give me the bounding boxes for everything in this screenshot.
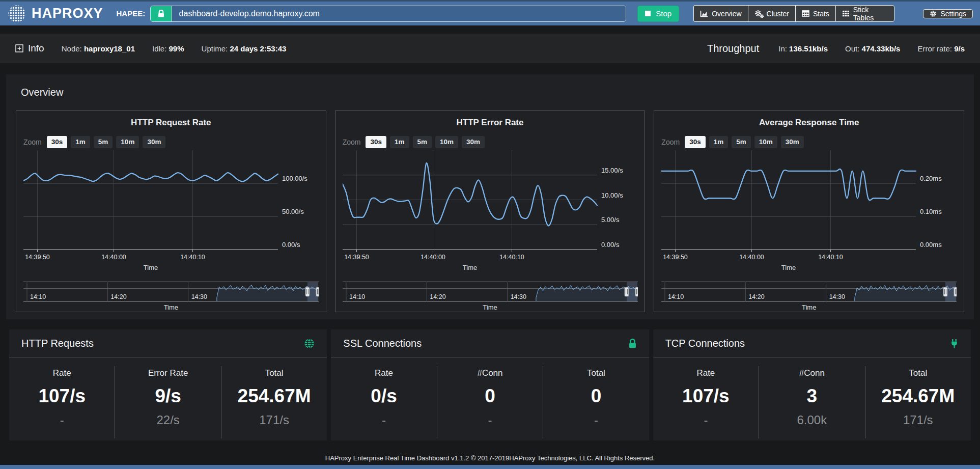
chart-navigator[interactable]: 14:1014:2014:30 — [343, 282, 638, 302]
zoom-10m-button[interactable]: 10m — [116, 136, 139, 148]
globe-icon — [304, 338, 315, 349]
stick-tables-button[interactable]: Stick Tables — [835, 5, 895, 22]
uptime-stat: Uptime: 24 days 2:53:43 — [202, 44, 287, 53]
idle-stat: Idle: 99% — [152, 44, 184, 53]
zoom-10m-button[interactable]: 10m — [754, 136, 777, 148]
total-stat: Total 0 - — [543, 366, 649, 438]
svg-text:14:20: 14:20 — [110, 293, 126, 300]
zoom-label: Zoom — [343, 138, 361, 146]
throughput-title: Throughput — [707, 43, 759, 54]
svg-text:5.00/s: 5.00/s — [601, 216, 620, 224]
top-navbar: HAPROXY HAPEE: Stop Overview — [0, 0, 980, 25]
svg-text:Time: Time — [144, 264, 158, 271]
tcp-connections-card: TCP Connections Rate 107/s - #Conn 3 6.0… — [653, 329, 971, 440]
haproxy-sphere-icon — [7, 4, 26, 23]
chart-navigator[interactable]: 14:1014:2014:30 — [23, 282, 319, 302]
cluster-button[interactable]: Cluster — [748, 5, 795, 22]
chart-title: HTTP Request Rate — [23, 118, 319, 128]
view-switcher: Overview Cluster — [693, 5, 894, 22]
svg-text:14:10: 14:10 — [349, 293, 365, 300]
conn-stat: #Conn 0 - — [437, 366, 543, 438]
svg-text:14:39:50: 14:39:50 — [344, 254, 369, 261]
navigator-time-label: Time — [661, 304, 957, 311]
stop-button[interactable]: Stop — [637, 6, 679, 22]
svg-text:14:40:00: 14:40:00 — [421, 254, 445, 261]
chart-navigator[interactable]: 14:1014:2014:30 — [661, 282, 957, 302]
svg-text:0.20ms: 0.20ms — [920, 175, 942, 182]
plug-icon — [950, 339, 959, 349]
info-expander[interactable]: Info — [15, 43, 44, 54]
chart-plot-area[interactable]: 14:39:5014:40:0014:40:100.20ms0.10ms0.00… — [661, 150, 957, 273]
svg-text:Time: Time — [781, 264, 796, 271]
rate-stat: Rate 107/s - — [653, 366, 759, 438]
settings-label: Settings — [940, 10, 966, 18]
settings-button[interactable]: Settings — [923, 9, 973, 18]
lock-icon — [628, 338, 637, 349]
zoom-30m-button[interactable]: 30m — [462, 136, 485, 148]
brand-text: HAPROXY — [32, 6, 103, 21]
card-title: HTTP Requests — [21, 338, 94, 349]
chart-plot-area[interactable]: 14:39:5014:40:0014:40:10100.00/s50.00/s0… — [23, 150, 319, 273]
ssl-connections-card: SSL Connections Rate 0/s - #Conn 0 - Tot… — [331, 329, 649, 440]
zoom-30s-button[interactable]: 30s — [685, 136, 706, 148]
navigator-time-label: Time — [23, 304, 319, 311]
zoom-30m-button[interactable]: 30m — [143, 136, 165, 148]
navigator-time-label: Time — [343, 304, 638, 311]
http-request-rate-panel: HTTP Request Rate Zoom 30s 1m 5m 10m 30m… — [16, 111, 326, 312]
zoom-30s-button[interactable]: 30s — [47, 136, 68, 148]
bottom-accent-strip — [0, 465, 980, 469]
error-rate-stat: Error rate: 9/s — [917, 44, 965, 53]
zoom-5m-button[interactable]: 5m — [413, 136, 432, 148]
section-title: Overview — [21, 87, 964, 98]
zoom-row: Zoom 30s 1m 5m 10m 30m — [661, 136, 957, 148]
zoom-5m-button[interactable]: 5m — [94, 136, 113, 148]
zoom-1m-button[interactable]: 1m — [709, 136, 729, 148]
zoom-label: Zoom — [23, 138, 42, 146]
hapee-label: HAPEE: — [117, 9, 146, 18]
card-title: SSL Connections — [343, 338, 422, 349]
zoom-5m-button[interactable]: 5m — [732, 136, 751, 148]
svg-text:14:40:10: 14:40:10 — [180, 254, 205, 261]
table-icon — [802, 10, 809, 17]
zoom-row: Zoom 30s 1m 5m 10m 30m — [23, 136, 319, 148]
cluster-label: Cluster — [767, 10, 789, 18]
url-input[interactable] — [172, 6, 626, 21]
stats-label: Stats — [813, 10, 829, 18]
http-error-rate-panel: HTTP Error Rate Zoom 30s 1m 5m 10m 30m 1… — [335, 111, 646, 312]
total-stat: Total 254.67M 171/s — [221, 366, 327, 438]
http-requests-card: HTTP Requests Rate 107/s - Error Rate 9/… — [9, 329, 327, 440]
info-label: Info — [28, 43, 44, 54]
zoom-1m-button[interactable]: 1m — [71, 136, 90, 148]
stop-icon — [645, 11, 651, 16]
svg-text:14:39:50: 14:39:50 — [663, 254, 688, 261]
stop-label: Stop — [656, 9, 671, 18]
lock-button[interactable] — [151, 6, 172, 21]
node-stat: Node: haproxy18_01 — [62, 44, 135, 53]
svg-text:14:40:10: 14:40:10 — [819, 254, 844, 261]
in-stat: In: 136.51kb/s — [778, 44, 828, 53]
overview-button[interactable]: Overview — [693, 5, 747, 22]
zoom-30m-button[interactable]: 30m — [781, 136, 804, 148]
svg-text:15.00/s: 15.00/s — [601, 167, 623, 174]
chart-title: HTTP Error Rate — [343, 118, 638, 128]
total-stat: Total 254.67M 171/s — [865, 366, 971, 438]
zoom-10m-button[interactable]: 10m — [435, 136, 458, 148]
svg-text:0.10ms: 0.10ms — [920, 208, 942, 215]
stats-button[interactable]: Stats — [795, 5, 835, 22]
grid-icon — [842, 10, 850, 17]
gears-icon — [754, 10, 763, 18]
plus-square-icon — [15, 44, 23, 52]
summary-cards: HTTP Requests Rate 107/s - Error Rate 9/… — [9, 329, 971, 440]
info-bar: Info Node: haproxy18_01 Idle: 99% Uptime… — [0, 34, 980, 63]
zoom-label: Zoom — [661, 138, 680, 146]
conn-stat: #Conn 3 6.00k — [759, 366, 865, 438]
svg-text:14:40:00: 14:40:00 — [101, 254, 126, 261]
card-title: TCP Connections — [665, 338, 745, 349]
footer-text: HAProxy Enterprise Real Time Dashboard v… — [0, 454, 980, 462]
chart-plot-area[interactable]: 14:39:5014:40:0014:40:1015.00/s10.00/s5.… — [343, 150, 638, 273]
zoom-1m-button[interactable]: 1m — [390, 136, 409, 148]
zoom-30s-button[interactable]: 30s — [366, 136, 386, 148]
svg-text:14:20: 14:20 — [749, 293, 765, 300]
svg-text:14:40:00: 14:40:00 — [740, 254, 765, 261]
haproxy-logo: HAPROXY — [7, 4, 103, 23]
